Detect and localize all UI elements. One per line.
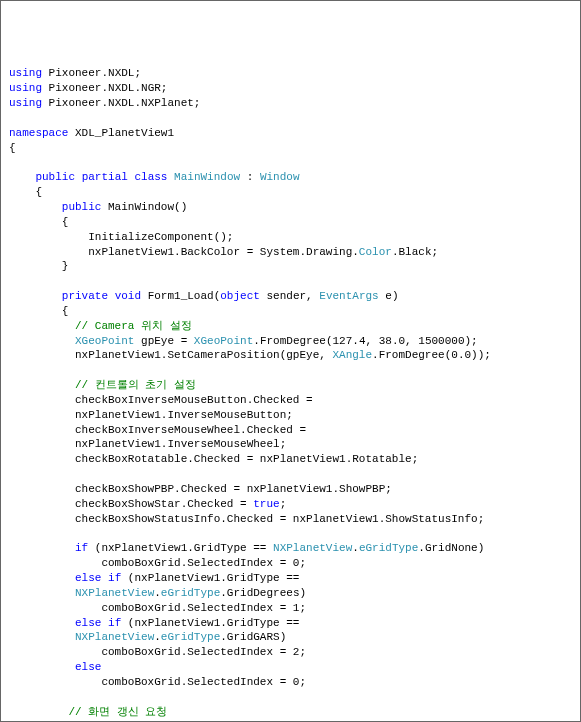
indent [9, 617, 75, 629]
code-text: MainWindow() [101, 201, 187, 213]
type-xangle: XAngle [332, 349, 372, 361]
code-text: comboBoxGrid.SelectedIndex = 0; [9, 557, 306, 569]
keyword-class: class [134, 171, 167, 183]
keyword-public: public [62, 201, 102, 213]
code-text: .FromDegree(127.4, 38.0, 1500000); [253, 335, 477, 347]
type-mainwindow: MainWindow [174, 171, 240, 183]
indent [9, 320, 75, 332]
indent [9, 631, 75, 643]
code-text: (nxPlanetView1.GridType == [121, 572, 299, 584]
code-text: e) [379, 290, 399, 302]
keyword-if: if [108, 572, 121, 584]
code-text: comboBoxGrid.SelectedIndex = 0; [9, 676, 306, 688]
indent [9, 572, 75, 584]
code-text: Pixoneer.NXDL.NXPlanet; [42, 97, 200, 109]
code-text: Form1_Load( [141, 290, 220, 302]
type-color: Color [359, 246, 392, 258]
code-text: (nxPlanetView1.GridType == [121, 617, 299, 629]
code-text: (nxPlanetView1.GridType == [88, 542, 273, 554]
indent [9, 335, 75, 347]
code-text: : [240, 171, 260, 183]
type-xgeopoint: XGeoPoint [194, 335, 253, 347]
keyword-else: else [75, 617, 101, 629]
indent [9, 587, 75, 599]
code-text: .FromDegree(0.0)); [372, 349, 491, 361]
code-text: .Black; [392, 246, 438, 258]
brace: { [9, 216, 68, 228]
indent [9, 706, 68, 718]
keyword-using: using [9, 67, 42, 79]
code-text: nxPlanetView1.InverseMouseButton; [9, 409, 293, 421]
code-text: comboBoxGrid.SelectedIndex = 2; [9, 646, 306, 658]
comment: // Camera 위치 설정 [75, 320, 192, 332]
type-xgeopoint: XGeoPoint [75, 335, 134, 347]
keyword-namespace: namespace [9, 127, 68, 139]
code-text: checkBoxInverseMouseButton.Checked = [9, 394, 313, 406]
code-text: InitializeComponent(); [9, 231, 233, 243]
code-text: gpEye = [134, 335, 193, 347]
code-text: nxPlanetView1.BackColor = System.Drawing… [9, 246, 359, 258]
keyword-if: if [75, 542, 88, 554]
code-text: .GridDegrees) [220, 587, 306, 599]
code-text: comboBoxGrid.SelectedIndex = 1; [9, 602, 306, 614]
brace: { [9, 305, 68, 317]
code-text: checkBoxInverseMouseWheel.Checked = [9, 424, 306, 436]
code-text: ; [280, 498, 287, 510]
keyword-partial: partial [82, 171, 128, 183]
keyword-if: if [108, 617, 121, 629]
code-text: nxPlanetView1.SetCameraPosition(gpEye, [9, 349, 332, 361]
comment: // 컨트롤의 초기 설정 [75, 379, 196, 391]
type-egridtype: eGridType [161, 631, 220, 643]
type-egridtype: eGridType [161, 587, 220, 599]
type-nxplanetview: NXPlanetView [75, 587, 154, 599]
keyword-else: else [75, 661, 101, 673]
code-block: using Pixoneer.NXDL; using Pixoneer.NXDL… [9, 66, 572, 722]
code-text: . [352, 542, 359, 554]
keyword-using: using [9, 82, 42, 94]
code-text: nxPlanetView1.InverseMouseWheel; [9, 438, 286, 450]
brace: { [9, 142, 16, 154]
comment: // 화면 갱신 요청 [68, 706, 167, 718]
code-text: checkBoxShowStatusInfo.Checked = nxPlane… [9, 513, 484, 525]
keyword-object: object [220, 290, 260, 302]
code-text: . [154, 587, 161, 599]
code-text: checkBoxShowStar.Checked = [9, 498, 253, 510]
code-text: .GridNone) [418, 542, 484, 554]
keyword-private: private [62, 290, 108, 302]
type-egridtype: eGridType [359, 542, 418, 554]
indent [9, 290, 62, 302]
code-text: XDL_PlanetView1 [68, 127, 174, 139]
type-eventargs: EventArgs [319, 290, 378, 302]
indent [9, 201, 62, 213]
code-text: checkBoxRotatable.Checked = nxPlanetView… [9, 453, 418, 465]
keyword-void: void [115, 290, 141, 302]
type-nxplanetview: NXPlanetView [75, 631, 154, 643]
indent [9, 379, 75, 391]
brace: } [9, 260, 68, 272]
keyword-public: public [35, 171, 75, 183]
type-window: Window [260, 171, 300, 183]
type-nxplanetview: NXPlanetView [273, 542, 352, 554]
code-text: . [154, 631, 161, 643]
keyword-using: using [9, 97, 42, 109]
code-text: checkBoxShowPBP.Checked = nxPlanetView1.… [9, 483, 392, 495]
code-text: Pixoneer.NXDL.NGR; [42, 82, 167, 94]
code-text: .GridGARS) [220, 631, 286, 643]
code-text: sender, [260, 290, 319, 302]
keyword-true: true [253, 498, 279, 510]
indent [9, 542, 75, 554]
indent [9, 171, 35, 183]
code-text: Pixoneer.NXDL; [42, 67, 141, 79]
brace: { [9, 186, 42, 198]
keyword-else: else [75, 572, 101, 584]
indent [9, 661, 75, 673]
